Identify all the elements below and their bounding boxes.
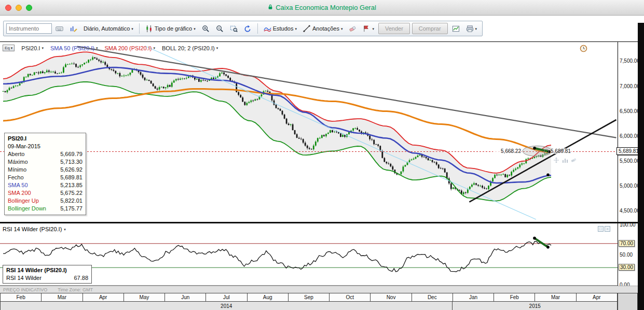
close-panel-button[interactable]: × <box>605 226 610 232</box>
rsi-level-badge: 70.00 <box>619 240 635 247</box>
chart-legend: Eq▾ PSI20.I▾SMA 50 (PSI20.I)▾SMA 200 (PS… <box>3 45 218 51</box>
x-axis-month: Feb <box>0 293 42 302</box>
instrument-keyboard-button[interactable] <box>53 22 66 35</box>
instrument-input[interactable] <box>6 23 52 34</box>
x-axis-month: Oct <box>330 293 371 302</box>
tooltip-date: 09-Mar-2015 <box>8 143 83 150</box>
chevron-down-icon: ▾ <box>64 228 66 231</box>
y-axis-label: 4,500.00 <box>620 208 640 214</box>
zoom-in-button[interactable] <box>199 22 212 35</box>
line-tool-icon <box>303 25 311 33</box>
y-axis-label: 5,000.00 <box>620 183 640 189</box>
chevron-down-icon: ▾ <box>372 27 374 31</box>
x-axis-month: Mar <box>535 293 576 302</box>
rsi-y-axis[interactable]: 100.0070.0050.0030.000.00 <box>618 223 638 286</box>
expand-panel-button[interactable]: □ <box>598 226 604 232</box>
rsi-header-label: RSI 14 Wilder (PSI20.I) <box>3 226 62 232</box>
legend-item-1[interactable]: SMA 50 (PSI20.I)▾ <box>50 45 98 51</box>
x-axis-month: Sep <box>289 293 330 302</box>
rsi-level-badge: 30.00 <box>619 264 635 271</box>
rsi-chart-canvas[interactable] <box>0 223 618 286</box>
eraser-button[interactable] <box>346 22 359 35</box>
y-axis-label: 7,000.00 <box>620 83 640 89</box>
box-zoom-button[interactable] <box>227 22 240 35</box>
main-chart-canvas[interactable] <box>0 42 618 222</box>
toolbar-separator <box>139 23 140 34</box>
zoom-out-button[interactable] <box>213 22 226 35</box>
chart-edit-button[interactable] <box>67 22 80 35</box>
chevron-down-icon: ▾ <box>154 46 156 50</box>
export-dropdown[interactable]: ▾ <box>463 22 480 35</box>
instrument-type-badge[interactable]: Eq▾ <box>3 45 15 51</box>
chevron-down-icon: ▾ <box>475 27 477 31</box>
buy-button[interactable]: Comprar <box>412 23 448 34</box>
x-axis-month: Jul <box>206 293 247 302</box>
axis-filler <box>618 293 638 310</box>
x-axis-month: May <box>124 293 165 302</box>
tooltip-row: Bollinger Up5,822.01 <box>8 197 83 205</box>
toolbar-row: Diário, Automático▾ Tipo de gráfico▾ Est… <box>0 16 644 41</box>
x-axis-month: Mar <box>42 293 83 302</box>
x-axis-month: Jan <box>453 293 494 302</box>
main-chart-panel: Eq▾ PSI20.I▾SMA 50 (PSI20.I)▾SMA 200 (PS… <box>0 42 618 222</box>
printer-icon <box>466 25 474 33</box>
chart-frame: Eq▾ PSI20.I▾SMA 50 (PSI20.I)▾SMA 200 (PS… <box>0 41 644 310</box>
rsi-info-label: RSI 14 Wilder <box>6 274 42 282</box>
window-right-edge <box>638 23 644 310</box>
studies-label: Estudos <box>273 25 294 32</box>
sell-button[interactable]: Vender <box>378 23 410 34</box>
chevron-down-icon: ▾ <box>11 46 13 50</box>
snapshot-button[interactable] <box>449 22 462 35</box>
flag-dropdown[interactable]: ▾ <box>360 22 377 35</box>
x-axis-month: Aug <box>248 293 289 302</box>
y-axis-label: 7,500.00 <box>620 58 640 64</box>
studies-dropdown[interactable]: Estudos▾ <box>261 22 299 35</box>
handle-dot <box>546 173 550 176</box>
mini-chart-icon <box>562 157 568 163</box>
legend-item-0[interactable]: PSI20.I▾ <box>21 45 44 51</box>
rsi-info-box: RSI 14 Wilder (PSI20.I) RSI 14 Wilder67.… <box>3 265 92 284</box>
window-title-text: Caixa Economica Montepio Geral <box>276 4 376 11</box>
legend-item-label: BOLL 20; 2 (PSI20.I) <box>162 45 215 51</box>
price-annotation-left: 5,668.22 <box>493 148 521 154</box>
close-window-button[interactable] <box>5 5 11 11</box>
trendline-ascending-support <box>469 120 616 202</box>
legend-item-label: PSI20.I <box>21 45 40 51</box>
y-axis-label: 50.00 <box>620 252 633 258</box>
candlestick-icon <box>145 25 153 33</box>
zoom-out-icon <box>216 25 224 33</box>
period-dropdown[interactable]: Diário, Automático▾ <box>81 22 136 35</box>
toolbar-separator <box>257 23 258 34</box>
minimize-window-button[interactable] <box>16 5 22 11</box>
annotation-tool-ghosts <box>553 157 577 163</box>
legend-item-3[interactable]: BOLL 20; 2 (PSI20.I)▾ <box>162 45 218 51</box>
app-window: Caixa Economica Montepio Geral Diário, A… <box>0 0 644 310</box>
x-axis-month: Apr <box>577 293 618 302</box>
annotations-dropdown[interactable]: Anotações▾ <box>300 22 346 35</box>
x-axis-month: Feb <box>494 293 535 302</box>
undo-button[interactable] <box>241 22 254 35</box>
lock-icon <box>268 4 273 12</box>
x-axis-months[interactable]: FebMarAprMayJunJulAugSepOctNovDecJanFebM… <box>0 293 618 302</box>
chevron-down-icon: ▾ <box>216 46 218 50</box>
keyboard-icon <box>56 25 63 33</box>
undo-icon <box>244 25 252 33</box>
main-y-axis[interactable]: 5,689.81 7,500.007,000.006,500.006,000.0… <box>618 42 638 222</box>
eq-badge-label: Eq <box>5 46 10 50</box>
chevron-down-icon: ▾ <box>42 46 44 50</box>
chevron-down-icon: ▾ <box>295 27 297 31</box>
chart-type-dropdown[interactable]: Tipo de gráfico▾ <box>143 22 198 35</box>
eraser-icon <box>349 25 357 33</box>
ohlc-tooltip: PSI20.I 09-Mar-2015 Aberto5,669.79Máximo… <box>4 133 86 215</box>
chart-snapshot-icon <box>452 25 460 33</box>
rsi-header-dropdown[interactable]: RSI 14 Wilder (PSI20.I)▾ <box>3 226 66 232</box>
y-axis-label: 6,500.00 <box>620 108 640 114</box>
clock-icon[interactable] <box>580 45 587 54</box>
rsi-panel-controls: □ × <box>598 226 610 232</box>
move-icon <box>553 157 559 163</box>
chevron-down-icon: ▾ <box>194 27 196 31</box>
fullscreen-window-button[interactable] <box>26 5 32 11</box>
rsi-drawn-segment <box>535 238 548 247</box>
legend-item-2[interactable]: SMA 200 (PSI20.I)▾ <box>104 45 155 51</box>
legend-item-label: SMA 200 (PSI20.I) <box>104 45 152 51</box>
